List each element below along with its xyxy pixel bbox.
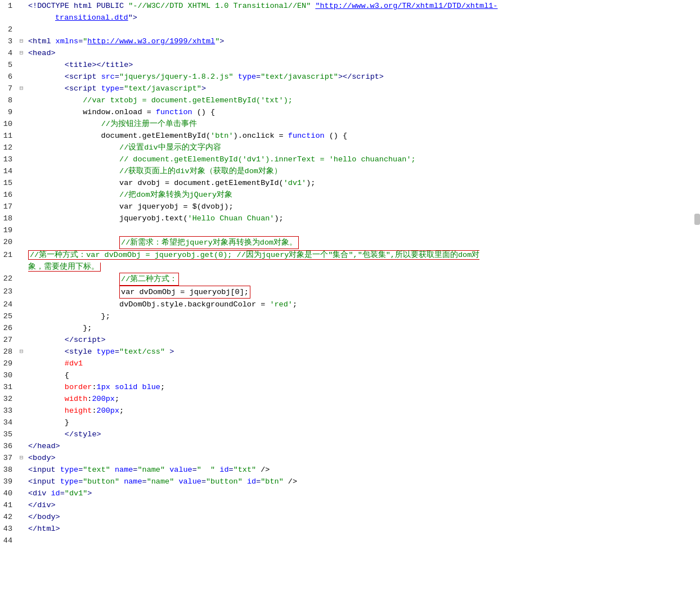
code-line-8: 8 //var txtobj = document.getElementById…: [0, 94, 700, 106]
code-line-22: 22 //第二种方式：: [0, 273, 700, 286]
code-line-24: 24 dvDomObj.style.backgroundColor = 'red…: [0, 299, 700, 310]
code-line-39: 39 <input type="button" name="name" valu…: [0, 476, 700, 487]
code-line-18: 18 jqueryobj.text('Hello Chuan Chuan');: [0, 213, 700, 224]
code-line-17: 17 var jqueryobj = $(dvobj);: [0, 201, 700, 213]
code-line-3: 3 ⊟ <html xmlns="http://www.w3.org/1999/…: [0, 35, 700, 47]
code-line-2: 2: [0, 24, 700, 35]
code-line-23: 23 var dvDomObj = jqueryobj[0];: [0, 286, 700, 299]
code-line-21b: 21 象，需要使用下标。: [0, 261, 700, 273]
code-line-34: 34 }: [0, 417, 700, 428]
code-line-42: 42 </body>: [0, 511, 700, 523]
code-line-9: 9 window.onload = function () {: [0, 106, 700, 118]
code-line-44: 44: [0, 535, 700, 547]
code-line-15: 15 var dvobj = document.getElementById('…: [0, 177, 700, 189]
code-line-21: 21 //第一种方式：var dvDomObj = jqueryobj.get(…: [0, 249, 700, 261]
code-line-30: 30 {: [0, 369, 700, 381]
code-line-38: 38 <input type="text" name="name" value=…: [0, 464, 700, 476]
code-line-28: 28 ⊟ <style type="text/css" >: [0, 346, 700, 358]
code-line-36: 36 </head>: [0, 440, 700, 452]
code-line-41: 41 </div>: [0, 499, 700, 511]
code-line-19: 19: [0, 224, 700, 236]
code-line-32: 32 width:200px;: [0, 393, 700, 405]
code-line-4: 4 ⊟ <head>: [0, 47, 700, 59]
code-line-5: 5 <title></title>: [0, 59, 700, 71]
code-line-35: 35 </style>: [0, 428, 700, 440]
code-line-1: 1 <!DOCTYPE html PUBLIC "-//W3C//DTD XHT…: [0, 0, 700, 12]
code-line-31: 31 border:1px solid blue;: [0, 381, 700, 393]
code-line-20: 20 //新需求：希望把jquery对象再转换为dom对象。: [0, 236, 700, 249]
line-content-1: <!DOCTYPE html PUBLIC "-//W3C//DTD XHTML…: [26, 0, 700, 12]
code-line-13: 13 // document.getElementById('dv1').inn…: [0, 153, 700, 165]
line-num-1: 1: [0, 0, 17, 12]
code-line-37: 37 ⊟ <body>: [0, 452, 700, 464]
code-line-25: 25 };: [0, 310, 700, 322]
code-line-40: 40 <div id="dv1">: [0, 487, 700, 499]
code-line-1b: 1 transitional.dtd">: [0, 12, 700, 24]
code-line-16: 16 //把dom对象转换为jQuery对象: [0, 189, 700, 201]
code-line-14: 14 //获取页面上的div对象（获取的是dom对象）: [0, 165, 700, 177]
code-line-33: 33 height:200px;: [0, 405, 700, 417]
code-line-7: 7 ⊟ <script type="text/javascript">: [0, 83, 700, 94]
code-line-43: 43 </html>: [0, 523, 700, 535]
code-line-12: 12 //设置div中显示的文字内容: [0, 142, 700, 153]
code-editor: 1 <!DOCTYPE html PUBLIC "-//W3C//DTD XHT…: [0, 0, 700, 596]
code-line-6: 6 <script src="jquerys/jquery-1.8.2.js" …: [0, 71, 700, 83]
vertical-scrollbar[interactable]: [694, 214, 700, 225]
code-line-26: 26 };: [0, 322, 700, 334]
code-line-27: 27 </script>: [0, 334, 700, 346]
code-line-29: 29 #dv1: [0, 358, 700, 369]
code-line-10: 10 //为按钮注册一个单击事件: [0, 118, 700, 130]
code-line-11: 11 document.getElementById('btn').onclic…: [0, 130, 700, 142]
